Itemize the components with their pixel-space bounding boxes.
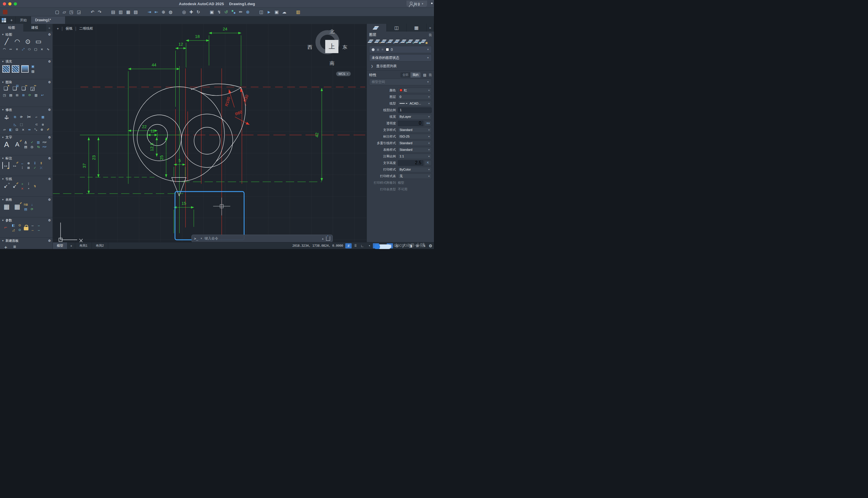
section-title[interactable]: 表格 (5, 198, 12, 202)
regen-button[interactable]: ↺ (223, 10, 230, 14)
tool-dim-check-icon[interactable]: ✓ (33, 166, 37, 170)
tool-polyline-icon[interactable]: ∾ (9, 47, 13, 51)
render-button[interactable]: ▣ (273, 10, 281, 14)
tool-copy-icon[interactable]: ⧉ (13, 115, 17, 119)
new-layout-button[interactable]: + (67, 243, 75, 249)
tool-insert-block-icon[interactable]: ❏✦ (2, 85, 9, 92)
layer-selector[interactable]: ▣ ❄ 0 ▼ (369, 46, 432, 53)
tool-stretch-icon[interactable]: ▱ (2, 128, 6, 132)
tool-gradient-icon[interactable] (21, 65, 29, 73)
polar-tracking-button[interactable]: ◔ (366, 243, 372, 248)
tool-spline-icon[interactable]: ∿ (46, 47, 50, 51)
tool-dim-constraint-icon[interactable]: ↔ (30, 223, 35, 227)
tool-spell-check-icon[interactable]: ✓ (30, 140, 34, 144)
property-control-打印样式表[interactable]: 无▼ (398, 173, 432, 179)
tool-table-cell-style-icon[interactable]: ▤ (24, 207, 28, 211)
tool-offset-icon[interactable]: ⊂ (35, 122, 39, 126)
tool-text-update-icon[interactable]: ⇆ (36, 145, 40, 149)
layer-properties-icon[interactable]: ✏ (376, 39, 381, 44)
property-control-透明度[interactable]: 0≋▾ (398, 121, 432, 126)
tool-dim-constraint2-icon[interactable]: ↔ (30, 228, 35, 232)
tool-dim-constraint4-icon[interactable]: ↔ (37, 228, 41, 232)
tool-rotate-icon[interactable]: ⟳ (19, 115, 24, 119)
command-input[interactable]: 键入命令 (204, 236, 320, 241)
tool-fillet-icon[interactable]: ⌐ (35, 115, 39, 119)
object-snap-button[interactable]: ⊞ (373, 243, 379, 248)
gear-icon[interactable]: ⚙ (48, 135, 51, 139)
tool-write-block-icon[interactable]: ⊟ (15, 93, 19, 97)
tool-scale-icon[interactable]: ⊡ (15, 128, 19, 132)
tool-overkill-icon[interactable]: ⊚ (40, 128, 44, 132)
property-control-线型比例[interactable]: 1 (398, 107, 432, 113)
new-drawing-tab-button[interactable]: + (8, 16, 16, 24)
tool-table-icon[interactable]: ▦ (2, 202, 11, 211)
tab-sheet[interactable]: ▦ (407, 24, 426, 31)
tool-match-properties-icon[interactable]: ✐ (46, 128, 50, 132)
tool-pdf-settings-icon[interactable]: PDF (42, 145, 47, 149)
annotation-monitor-button[interactable]: ◎ (394, 243, 400, 248)
tool-break-icon[interactable]: ⨯ (21, 128, 25, 132)
pan-button[interactable]: ✚ (188, 10, 195, 14)
section-title[interactable]: 填充 (5, 60, 12, 64)
tool-table-download-icon[interactable]: ↓ (30, 202, 34, 207)
show-layer-list[interactable]: ❯ 显示图层列表 (367, 63, 434, 71)
view-cube-south[interactable]: 南 (329, 60, 335, 67)
property-control-线宽[interactable]: ByLayer▼ (398, 114, 432, 119)
isodraft-button[interactable]: ╱ (401, 243, 407, 248)
user-account-button[interactable]: jq g ▼ (406, 1, 427, 7)
redo-button[interactable]: ↷ (96, 10, 103, 14)
tool-trim-icon[interactable]: ✂ (26, 114, 32, 120)
tool-measure-icon[interactable]: ⤢ (21, 47, 25, 51)
print-button[interactable]: ▤ (109, 10, 117, 14)
property-control-文字样式[interactable]: Standard▼ (398, 127, 432, 133)
tool-hatch2-icon[interactable] (12, 65, 19, 73)
tool-create-block-icon[interactable]: ❏▤ (11, 85, 18, 92)
tool-array-icon[interactable]: ▦ (41, 115, 45, 119)
snap-mode-button[interactable]: ⠿ (352, 243, 358, 248)
viewport-view-button[interactable]: 俯视 (66, 26, 73, 31)
section-title[interactable]: 标注 (5, 156, 12, 160)
tool-text-align-icon[interactable]: ▤ (24, 145, 28, 149)
tool-list-button[interactable]: ≡ (11, 244, 18, 249)
layer-unlock-icon[interactable]: ▣ (422, 39, 427, 44)
property-control-标注样式[interactable]: ISO-25▼ (398, 134, 432, 139)
tool-edit-attribute-icon[interactable]: ◲✏ (29, 85, 36, 92)
tool-select-icon[interactable]: ⬚ (19, 122, 24, 126)
tab-start[interactable]: 开始 (16, 16, 31, 24)
tool-constraint-bulb2-icon[interactable]: ⊙ (17, 228, 22, 232)
view-cube-top-face[interactable]: 上 (325, 40, 338, 53)
tool-ellipse-icon[interactable]: ⬭ (27, 47, 31, 51)
tool-constraint-bulb-icon[interactable]: ⊙ (17, 223, 22, 227)
tool-point-icon[interactable]: ⨯ (40, 47, 44, 51)
tab-layout1[interactable]: 布局1 (75, 243, 92, 249)
chevron-down-icon[interactable]: ▼ (200, 237, 202, 240)
zoom-window-tool-button[interactable]: ◎ (180, 10, 188, 14)
layer-lock-icon[interactable]: ▣ (415, 39, 420, 44)
plot-button[interactable]: ▥ (117, 10, 124, 14)
cloud-storage-button[interactable]: ☁ (281, 10, 288, 14)
property-control-线型[interactable]: ACAD...▼ (398, 101, 432, 106)
tool-leader-style-icon[interactable]: ↙✐ (11, 183, 18, 189)
more-tabs-button[interactable]: » (426, 24, 434, 31)
tool-table-sync-icon[interactable]: ⟳ (30, 207, 34, 211)
tool-revcloud-icon[interactable]: ▢ (33, 47, 38, 51)
tool-wipeout-icon[interactable]: ▨ (31, 69, 35, 73)
tool-explode-icon[interactable]: ⧈ (41, 122, 45, 126)
tool-leader-flash-icon[interactable]: ↯ (33, 184, 37, 188)
layer-isolate-icon[interactable]: ↘ (389, 39, 394, 44)
page-setup-button[interactable]: ▦ (125, 10, 132, 14)
tool-sync-attribute-icon[interactable]: ⟳ (28, 93, 32, 97)
filter-mine-button[interactable]: 我的 (410, 73, 421, 78)
gear-icon[interactable]: ⚙ (48, 157, 51, 160)
import-button[interactable]: ⇥ (146, 10, 153, 14)
tool-multiline-icon[interactable]: ≡ (15, 47, 19, 51)
tab-draw[interactable]: 绘图 (0, 24, 23, 31)
units-button[interactable]: ⊗ (244, 10, 252, 14)
lock-constraint-icon[interactable] (24, 227, 28, 230)
tab-overview-icon[interactable] (0, 16, 8, 24)
gear-icon[interactable]: ⚙ (48, 239, 51, 243)
tool-tolerance-icon[interactable]: ⊞ (26, 166, 31, 170)
share-button[interactable]: ► (265, 10, 273, 14)
section-title[interactable]: 修改 (5, 108, 12, 112)
tool-edit-block-icon[interactable]: ❏✏ (20, 85, 27, 92)
